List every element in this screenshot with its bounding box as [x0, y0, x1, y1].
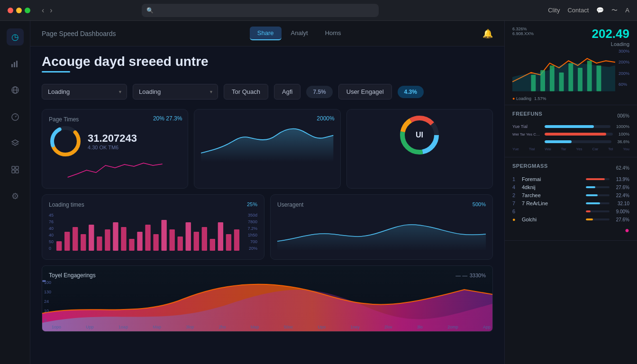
x-label-9: 1ney	[350, 325, 360, 329]
card-total-engagements: Toyel Engagerings — — 3330% 10013024100	[42, 265, 493, 332]
svg-rect-0	[11, 64, 13, 67]
x-label-7: 50oc	[284, 325, 293, 329]
sperg-name-4: 7 ReArLine	[522, 200, 583, 206]
sidebar: ◷	[0, 21, 30, 364]
svg-rect-40	[202, 227, 207, 251]
x-label-4: 3lop	[186, 325, 194, 329]
font-icon[interactable]: A	[625, 7, 629, 14]
clity-link[interactable]: Clity	[548, 7, 560, 14]
svg-rect-23	[64, 232, 70, 251]
svg-rect-36	[169, 229, 174, 251]
nav-item-homs[interactable]: Homs	[318, 27, 349, 40]
svg-rect-28	[105, 229, 110, 251]
sperg-num-5: 6	[512, 209, 519, 214]
total-eng-title: Toyel Engagerings	[49, 272, 96, 279]
user-engagement-pct: 500%	[473, 201, 486, 210]
address-bar[interactable]: 🔍	[142, 4, 379, 17]
nav-item-share[interactable]: Share	[250, 27, 282, 40]
total-eng-pct: 3330%	[470, 273, 486, 278]
right-panel: 6.326% 6.908.XX% 202.49 Loading 300%200%…	[504, 21, 637, 364]
sidebar-icon-settings[interactable]: ⚙	[7, 188, 24, 205]
right-panel-sub: Loading	[592, 41, 629, 47]
x-label-11: 3lo	[417, 325, 423, 329]
sperg-num-6: ●	[512, 217, 519, 222]
dropdown2-wrap: Loading	[133, 84, 218, 100]
svg-rect-34	[153, 234, 158, 251]
loading-times-pct: 25%	[247, 201, 257, 210]
card-middle-chart: 2000%	[194, 109, 340, 189]
svg-rect-44	[234, 229, 239, 251]
svg-rect-35	[161, 220, 166, 251]
chat-icon[interactable]: 💬	[596, 7, 604, 14]
right-panel-chart: 6.326% 6.908.XX% 202.49 Loading 300%200%…	[505, 21, 637, 105]
sidebar-icon-timer[interactable]	[7, 108, 24, 125]
sperg-row-5: 6 9.00%	[512, 209, 629, 214]
x-label-6: Map	[251, 325, 259, 329]
dropdown2[interactable]: Loading	[133, 84, 218, 100]
filter-pill1[interactable]: 7.5%	[306, 86, 332, 98]
filter-badge2: Agfi	[274, 84, 300, 100]
back-arrow[interactable]: ‹	[40, 5, 46, 16]
sperg-row-4: 7 7 ReArLine 32.10	[512, 200, 629, 206]
loading-times-title: Loading times	[49, 201, 84, 208]
sperg-num-4: 7	[512, 200, 519, 206]
sperg-num-2: 4	[512, 184, 519, 190]
freefuns-row-3: 36.6%	[512, 139, 629, 144]
svg-rect-24	[73, 227, 78, 251]
search-icon: 🔍	[146, 7, 154, 14]
card-page-times: Page Times 20% 27.3%	[42, 109, 188, 189]
sperg-pct-1: 13.9%	[612, 177, 629, 182]
page-times-values: 31.207243 4.30 OK TM6	[88, 132, 137, 150]
maximize-button[interactable]	[25, 8, 30, 13]
nav-arrows: ‹ ›	[40, 5, 55, 16]
filter-badge3: User Engagel	[338, 84, 392, 100]
sperg-row-2: 4 4dknij 27.6%	[512, 184, 629, 190]
x-label-3: Map	[153, 325, 161, 329]
contact-link[interactable]: Contact	[567, 7, 589, 14]
card-loading-times: Loading times 25% 45764040500	[42, 194, 264, 260]
page-heading-wrap: Acouge dayd sreeed untre	[42, 54, 493, 78]
sperg-name-3: 7archee	[522, 192, 583, 198]
app-title: Page Speed Dashboards	[42, 30, 116, 37]
bottom-grid: Loading times 25% 45764040500	[42, 194, 493, 260]
freefuns-row-2: Wei Tar Yes Car Tel You 100%	[512, 132, 629, 136]
chart-legend: ● Loading 1.57%	[512, 96, 629, 101]
svg-rect-10	[16, 166, 18, 169]
x-label-10: 2lov	[384, 325, 392, 329]
close-button[interactable]	[8, 8, 13, 13]
page-times-gauge	[49, 125, 82, 158]
svg-rect-12	[16, 170, 18, 173]
sperg-row-1: 1 Foremai 13.9%	[512, 176, 629, 182]
svg-rect-22	[56, 241, 62, 251]
freefuns-section: Freefuns 006% Yue Tial 1000% Wei Tar Yes…	[505, 105, 637, 157]
svg-rect-27	[97, 237, 102, 251]
sperg-name-2: 4dknij	[522, 184, 583, 190]
x-label-13: App	[483, 325, 491, 329]
bell-icon[interactable]: 🔔	[482, 28, 493, 39]
dropdown1[interactable]: Loading	[42, 84, 127, 100]
sidebar-icon-box[interactable]	[7, 161, 24, 178]
minimize-button[interactable]	[16, 8, 22, 13]
main-content: Page Speed Dashboards Share Analyt Homs …	[30, 21, 504, 364]
filter-badge1: Tor Quach	[224, 84, 268, 100]
nav-item-analyt[interactable]: Analyt	[283, 27, 316, 40]
card-user-engagement: Useragent 500%	[270, 194, 493, 260]
svg-rect-9	[12, 166, 15, 169]
sidebar-icon-network[interactable]	[7, 82, 24, 99]
forward-arrow[interactable]: ›	[48, 5, 54, 16]
svg-rect-25	[81, 234, 86, 251]
browser-actions: Clity Contact 💬 〜 A	[548, 6, 629, 15]
chart-label-a: 6.326%	[512, 27, 527, 31]
dropdown1-wrap: Loading	[42, 84, 127, 100]
freefuns-pct1: 1000%	[616, 124, 629, 129]
browser-chrome: ‹ › 🔍 Clity Contact 💬 〜 A	[0, 0, 637, 21]
sidebar-icon-layers[interactable]	[7, 135, 24, 152]
svg-rect-42	[218, 222, 223, 251]
right-panel-value: 202.49	[592, 27, 629, 41]
sidebar-icon-chart[interactable]	[7, 55, 24, 72]
total-eng-marker: — —	[455, 273, 467, 278]
filter-pill3[interactable]: 4.3%	[398, 86, 424, 98]
middle-pct: 2000%	[317, 115, 334, 122]
sidebar-icon-clock[interactable]: ◷	[7, 28, 24, 46]
app-header: Page Speed Dashboards Share Analyt Homs …	[30, 21, 504, 46]
